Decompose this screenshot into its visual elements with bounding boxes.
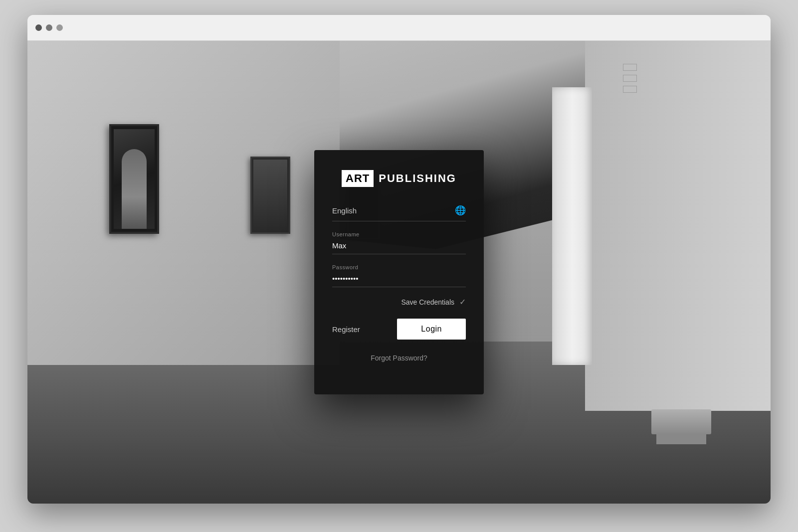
register-link[interactable]: Register	[332, 325, 360, 334]
ceiling-lights	[623, 64, 637, 93]
forgot-password-container: Forgot Password?	[332, 354, 466, 362]
login-modal: ART PUBLISHING English 🌐 Username Passwo…	[314, 150, 484, 394]
save-credentials-row: Save Credentials ✓	[332, 297, 466, 307]
painting-2	[253, 160, 287, 231]
gallery-bench	[651, 409, 711, 434]
language-label: English	[332, 206, 357, 215]
forgot-password-link[interactable]: Forgot Password?	[371, 354, 427, 362]
username-label: Username	[332, 231, 466, 237]
painting-frame-2	[250, 157, 290, 234]
maximize-button[interactable]	[56, 24, 63, 31]
checkmark-icon[interactable]: ✓	[459, 297, 466, 307]
close-button[interactable]	[35, 24, 42, 31]
actions-row: Register Login	[332, 319, 466, 340]
browser-window: ART PUBLISHING English 🌐 Username Passwo…	[27, 15, 771, 504]
logo-publishing: PUBLISHING	[379, 172, 456, 185]
login-form: English 🌐 Username Password Save Credent…	[332, 205, 466, 362]
gallery-door	[552, 87, 592, 365]
login-button[interactable]: Login	[397, 319, 466, 340]
ceiling-light-3	[623, 86, 637, 93]
logo-art: ART	[342, 170, 374, 187]
logo-container: ART PUBLISHING	[342, 170, 456, 187]
globe-icon[interactable]: 🌐	[455, 205, 466, 216]
ceiling-light-2	[623, 75, 637, 82]
password-label: Password	[332, 264, 466, 270]
browser-content: ART PUBLISHING English 🌐 Username Passwo…	[27, 41, 771, 504]
wall-right	[585, 41, 771, 411]
ceiling-light-1	[623, 64, 637, 71]
language-selector[interactable]: English 🌐	[332, 205, 466, 221]
painting-1	[114, 129, 155, 229]
browser-chrome	[27, 15, 771, 41]
password-input[interactable]	[332, 272, 466, 287]
minimize-button[interactable]	[46, 24, 52, 31]
painting-frame-1	[109, 124, 159, 234]
save-credentials-label: Save Credentials	[401, 298, 454, 306]
password-group: Password	[332, 264, 466, 287]
traffic-lights	[35, 24, 63, 31]
wall-left	[27, 41, 340, 365]
username-input[interactable]	[332, 239, 466, 254]
username-group: Username	[332, 231, 466, 254]
